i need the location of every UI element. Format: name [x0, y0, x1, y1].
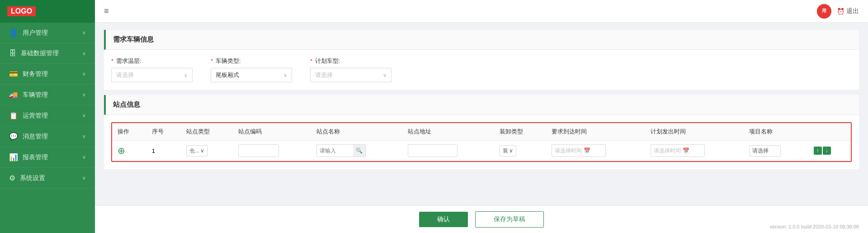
bottom-bar: 确认 保存为草稿 version: 1.0.0 build:2020-03-10… — [95, 205, 868, 233]
save-draft-button[interactable]: 保存为草稿 — [475, 211, 544, 228]
vehicle-type-label: * 车辆类型: — [211, 57, 292, 65]
vehicle-type-chevron: ∨ — [283, 72, 287, 78]
confirm-button[interactable]: 确认 — [419, 212, 468, 227]
sidebar-label-user: 用户管理 — [23, 29, 48, 37]
svg-text:用: 用 — [821, 8, 826, 13]
arrive-time-picker[interactable]: 请选择时间 📅 — [552, 144, 606, 157]
station-code-input[interactable] — [238, 144, 279, 157]
cell-seq: 1 — [146, 141, 181, 161]
logo-text: LOGO — [7, 6, 36, 16]
vehicle-info-body: * 需求温层: 请选择 ∨ * 车辆类型: — [104, 50, 859, 90]
demand-temp-select[interactable]: 请选择 ∨ — [111, 68, 193, 82]
arrive-time-calendar-icon: 📅 — [584, 147, 590, 154]
vehicle-type-value: 尾板厢式 — [216, 71, 239, 79]
cell-action: ⊕ — [112, 141, 146, 161]
plan-type-label-text: 计划车型: — [315, 57, 340, 64]
col-depart-time: 计划发出时间 — [645, 123, 744, 141]
chevron-icon: ∨ — [82, 30, 86, 36]
vehicle-info-title: 需求车辆信息 — [104, 30, 859, 50]
sidebar-item-operations[interactable]: 📋 运营管理 ∨ — [0, 105, 95, 126]
topbar: ≡ 用 ⏰ 退出 — [95, 0, 868, 23]
col-arrive-time: 要求到达时间 — [546, 123, 645, 141]
demand-temp-label: * 需求温层: — [111, 57, 193, 65]
station-name-search[interactable]: 🔍 — [316, 144, 366, 157]
plan-type-field: * 计划车型: 请选择 ∨ — [310, 57, 392, 82]
vehicle-type-select[interactable]: 尾板厢式 ∨ — [211, 68, 292, 82]
cell-load-type: 装 ∨ — [494, 141, 546, 161]
sidebar-item-basic-data[interactable]: 🗄 基础数据管理 ∨ — [0, 43, 95, 64]
sidebar-item-report[interactable]: 📊 报表管理 ∨ — [0, 147, 95, 168]
depart-time-picker[interactable]: 请选择时间 📅 — [651, 144, 705, 157]
project-select[interactable]: 请选择 — [749, 145, 781, 157]
table-row: ⊕ 1 仓... ∨ — [112, 141, 851, 161]
load-type-value: 装 — [503, 147, 508, 155]
menu-toggle-icon[interactable]: ≡ — [104, 6, 109, 16]
arrive-time-placeholder: 请选择时间 — [555, 147, 582, 155]
vehicle-info-section: 需求车辆信息 * 需求温层: 请选择 ∨ — [104, 30, 859, 90]
col-seq: 序号 — [146, 123, 181, 141]
cell-station-type: 仓... ∨ — [181, 141, 233, 161]
cell-station-code — [233, 141, 311, 161]
chevron-icon-2: ∨ — [82, 51, 86, 57]
station-info-title: 站点信息 — [104, 95, 859, 115]
sidebar-item-user-management[interactable]: 👤 用户管理 ∨ — [0, 23, 95, 43]
cell-arrive-time: 请选择时间 📅 — [546, 141, 645, 161]
station-table-wrapper: 操作 序号 站点类型 站点编码 站点名称 站点地址 装卸类型 要求到达时间 计划… — [111, 122, 852, 162]
avatar: 用 — [817, 4, 831, 19]
vehicle-type-field: * 车辆类型: 尾板厢式 ∨ — [211, 57, 292, 82]
required-mark-2: * — [211, 57, 213, 64]
sidebar-label-vehicle: 车辆管理 — [23, 91, 48, 99]
project-placeholder: 请选择 — [752, 147, 769, 155]
vehicle-form-row: * 需求温层: 请选择 ∨ * 车辆类型: — [111, 57, 852, 82]
col-station-address: 站点地址 — [402, 123, 494, 141]
station-info-section: 站点信息 操作 序号 站点类型 站点编码 站点名称 站点地址 装卸 — [104, 95, 859, 169]
ops-icon: 📋 — [9, 111, 18, 120]
chevron-icon-5: ∨ — [82, 113, 86, 119]
sidebar-item-finance[interactable]: 💳 财务管理 ∨ — [0, 64, 95, 85]
sidebar-item-vehicle[interactable]: 🚚 车辆管理 ∨ — [0, 85, 95, 105]
sidebar-item-message[interactable]: 💬 消息管理 ∨ — [0, 126, 95, 147]
plan-type-value: 请选择 — [315, 71, 333, 79]
sidebar-label-finance: 财务管理 — [23, 70, 48, 78]
col-station-name: 站点名称 — [311, 123, 402, 141]
required-mark-1: * — [111, 57, 113, 64]
station-name-search-button[interactable]: 🔍 — [353, 145, 365, 157]
sidebar-logo: LOGO — [0, 0, 95, 23]
main-content: ≡ 用 ⏰ 退出 需求车辆信息 — [95, 0, 868, 233]
plan-type-chevron: ∨ — [383, 72, 387, 78]
sidebar-label-settings: 系统设置 — [20, 174, 45, 182]
move-buttons: ↑ ↓ — [814, 147, 831, 155]
avatar-image: 用 — [817, 4, 831, 19]
vehicle-type-label-text: 车辆类型: — [216, 57, 241, 64]
move-up-button[interactable]: ↑ — [814, 147, 822, 155]
demand-temp-value: 请选择 — [116, 71, 134, 79]
sidebar-label-ops: 运营管理 — [23, 112, 48, 120]
plan-type-select[interactable]: 请选择 ∨ — [310, 68, 392, 82]
cell-project-name: 请选择 — [744, 141, 808, 161]
version-text: version: 1.0.0 build:2020-03-10 09:38:08 — [769, 224, 859, 229]
move-down-button[interactable]: ↓ — [823, 147, 831, 155]
station-type-select[interactable]: 仓... ∨ — [186, 145, 208, 157]
sidebar-label-basic: 基础数据管理 — [21, 49, 59, 57]
report-icon: 📊 — [9, 153, 18, 162]
station-type-value: 仓... — [189, 147, 199, 155]
station-name-input[interactable] — [317, 146, 353, 155]
finance-icon: 💳 — [9, 70, 18, 78]
col-station-type: 站点类型 — [181, 123, 233, 141]
message-icon: 💬 — [9, 132, 18, 141]
database-icon: 🗄 — [9, 49, 16, 57]
page-content: 需求车辆信息 * 需求温层: 请选择 ∨ — [95, 23, 868, 205]
add-row-button[interactable]: ⊕ — [118, 146, 125, 156]
demand-temp-label-text: 需求温层: — [116, 57, 142, 64]
col-action: 操作 — [112, 123, 146, 141]
logout-button[interactable]: ⏰ 退出 — [837, 7, 859, 15]
chevron-icon-8: ∨ — [82, 175, 86, 181]
col-project-name: 项目名称 — [744, 123, 808, 141]
chevron-icon-3: ∨ — [82, 71, 86, 77]
station-address-input[interactable] — [408, 144, 458, 157]
sidebar-item-settings[interactable]: ⚙ 系统设置 ∨ — [0, 168, 95, 189]
station-type-chevron: ∨ — [200, 147, 204, 154]
row-seq: 1 — [152, 147, 155, 154]
load-type-select[interactable]: 装 ∨ — [500, 145, 516, 157]
depart-time-calendar-icon: 📅 — [683, 147, 689, 154]
